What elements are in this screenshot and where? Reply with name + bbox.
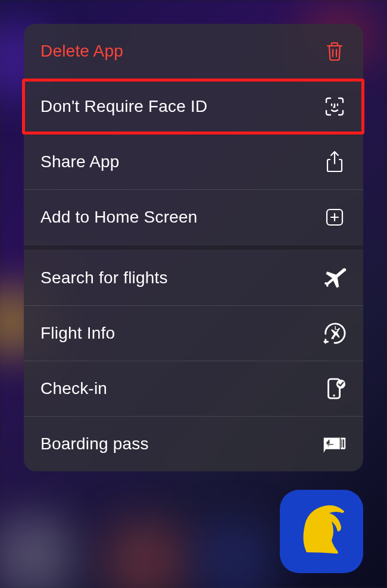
boarding-pass-icon <box>323 432 347 456</box>
menu-item-label: Share App <box>40 152 120 171</box>
svg-rect-7 <box>316 518 319 551</box>
svg-rect-9 <box>326 518 329 551</box>
menu-item-boarding-pass[interactable]: Boarding pass <box>24 417 363 471</box>
svg-rect-8 <box>321 517 324 551</box>
trash-icon <box>323 39 347 63</box>
menu-item-label: Boarding pass <box>40 434 149 453</box>
svg-rect-6 <box>310 520 313 551</box>
context-menu: Delete App Don't Require Face ID <box>24 24 363 471</box>
bg-blob <box>0 517 71 588</box>
menu-item-label: Search for flights <box>40 268 168 287</box>
airplane-icon <box>323 266 347 290</box>
bg-blob <box>107 523 185 588</box>
menu-item-label: Check-in <box>40 379 107 398</box>
menu-group-divider <box>24 245 363 251</box>
svg-rect-5 <box>340 438 341 449</box>
menu-item-label: Don't Require Face ID <box>40 97 207 116</box>
app-icon-ryanair[interactable] <box>280 490 363 573</box>
menu-item-add-to-home-screen[interactable]: Add to Home Screen <box>24 190 363 245</box>
share-icon <box>323 150 347 174</box>
svg-point-3 <box>333 395 335 396</box>
plus-square-icon <box>323 205 347 229</box>
menu-item-share-app[interactable]: Share App <box>24 135 363 190</box>
flight-clock-icon: L <box>323 321 347 345</box>
menu-item-search-flights[interactable]: Search for flights <box>24 251 363 306</box>
menu-item-label: Delete App <box>40 42 123 61</box>
menu-item-flight-info[interactable]: Flight Info L <box>24 306 363 361</box>
face-id-icon <box>323 95 347 118</box>
menu-item-label: Add to Home Screen <box>40 208 198 227</box>
menu-item-delete-app[interactable]: Delete App <box>24 24 363 79</box>
harp-icon <box>289 499 354 564</box>
bg-blob <box>196 523 274 588</box>
phone-check-icon <box>323 377 347 401</box>
menu-item-label: Flight Info <box>40 324 115 343</box>
menu-item-dont-require-face-id[interactable]: Don't Require Face ID <box>24 79 363 135</box>
menu-item-check-in[interactable]: Check-in <box>24 361 363 417</box>
